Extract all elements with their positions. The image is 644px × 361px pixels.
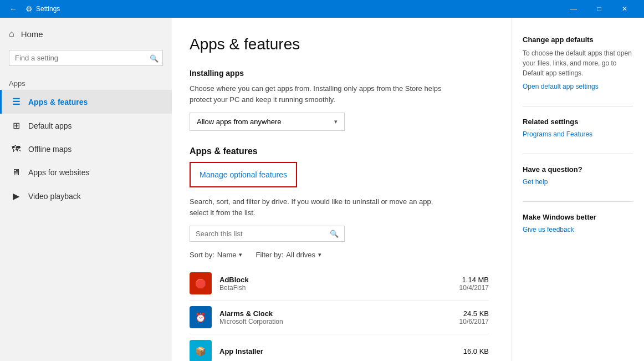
change-defaults-desc: To choose the default apps that open you…	[523, 48, 633, 78]
filter-by-dropdown[interactable]: Filter by: All drives ▾	[255, 251, 321, 259]
video-playback-icon: ▶	[11, 191, 22, 201]
sidebar-item-apps-websites[interactable]: 🖥 Apps for websites	[0, 161, 172, 184]
give-feedback-link[interactable]: Give us feedback	[523, 226, 633, 233]
apps-features-subheading: Apps & features	[190, 146, 489, 156]
main-layout: ⌂ Home 🔍 Apps ☰ Apps & features ⊞ Defaul…	[0, 18, 644, 361]
installer-icon: 📦	[190, 340, 212, 361]
search-list-icon: 🔍	[330, 230, 339, 238]
apps-websites-icon: 🖥	[11, 167, 22, 177]
sort-value: Name	[217, 251, 237, 259]
sort-filter-row: Sort by: Name ▾ Filter by: All drives ▾	[190, 251, 489, 259]
maximize-button[interactable]: □	[586, 0, 612, 18]
have-question-heading: Have a question?	[523, 165, 633, 174]
installer-meta: 16.0 KB	[463, 347, 489, 355]
sidebar-home-label: Home	[21, 29, 43, 39]
sort-chevron-icon: ▾	[239, 251, 242, 258]
have-question-section: Have a question? Get help	[523, 165, 633, 186]
sort-by-dropdown[interactable]: Sort by: Name ▾	[190, 251, 242, 259]
app-list: 🛑 AdBlock BetaFish 1.14 MB 10/4/2017 ⏰ A…	[190, 267, 489, 361]
installer-size: 16.0 KB	[463, 347, 489, 355]
adblock-publisher: BetaFish	[219, 284, 459, 292]
sidebar-search-input[interactable]	[9, 50, 163, 66]
app-item-alarms[interactable]: ⏰ Alarms & Clock Microsoft Corporation 2…	[190, 301, 489, 334]
sidebar-item-apps-features[interactable]: ☰ Apps & features	[0, 90, 172, 114]
installing-apps-desc: Choose where you can get apps from. Inst…	[190, 83, 444, 105]
allow-apps-dropdown[interactable]: Allow apps from anywhere ▾	[190, 113, 345, 131]
sidebar-item-apps-features-label: Apps & features	[28, 98, 88, 106]
search-list-container: 🔍	[190, 226, 345, 242]
alarms-icon: ⏰	[190, 306, 212, 328]
titlebar: ← ⚙ Settings — □ ✕	[0, 0, 644, 18]
related-settings-section: Related settings Programs and Features	[523, 118, 633, 138]
sidebar-item-default-apps[interactable]: ⊞ Default apps	[0, 114, 172, 138]
installer-info: App Installer	[219, 347, 463, 355]
page-title: Apps & features	[190, 35, 489, 53]
sidebar: ⌂ Home 🔍 Apps ☰ Apps & features ⊞ Defaul…	[0, 18, 172, 361]
right-panel: Change app defaults To choose the defaul…	[511, 18, 644, 361]
close-button[interactable]: ✕	[612, 0, 637, 18]
make-better-section: Make Windows better Give us feedback	[523, 213, 633, 233]
alarms-name: Alarms & Clock	[219, 309, 459, 318]
manage-optional-features-box[interactable]: Manage optional features	[190, 162, 297, 187]
change-defaults-section: Change app defaults To choose the defaul…	[523, 35, 633, 90]
divider-1	[523, 106, 633, 106]
dropdown-chevron-icon: ▾	[334, 118, 338, 125]
allow-apps-value: Allow apps from anywhere	[197, 118, 281, 126]
app-item-installer[interactable]: 📦 App Installer 16.0 KB	[190, 334, 489, 361]
related-settings-heading: Related settings	[523, 118, 633, 126]
sidebar-search-container: 🔍	[9, 50, 163, 66]
sidebar-home-button[interactable]: ⌂ Home	[0, 22, 172, 45]
minimize-button[interactable]: —	[561, 0, 586, 18]
sidebar-item-default-apps-label: Default apps	[28, 121, 72, 130]
search-icon: 🔍	[150, 54, 159, 62]
change-defaults-heading: Change app defaults	[523, 35, 633, 44]
adblock-name: AdBlock	[219, 276, 459, 284]
open-default-app-settings-link[interactable]: Open default app settings	[523, 83, 633, 90]
sidebar-item-video-playback[interactable]: ▶ Video playback	[0, 184, 172, 208]
sidebar-section-label: Apps	[0, 75, 172, 90]
window-controls: — □ ✕	[561, 0, 637, 18]
adblock-info: AdBlock BetaFish	[219, 276, 459, 292]
make-better-heading: Make Windows better	[523, 213, 633, 221]
home-icon: ⌂	[9, 29, 14, 39]
settings-icon: ⚙	[25, 4, 33, 13]
app-item-adblock[interactable]: 🛑 AdBlock BetaFish 1.14 MB 10/4/2017	[190, 267, 489, 301]
adblock-icon: 🛑	[190, 272, 212, 294]
sidebar-item-apps-websites-label: Apps for websites	[28, 168, 90, 177]
alarms-meta: 24.5 KB 10/6/2017	[459, 309, 489, 326]
sort-label: Sort by:	[190, 251, 214, 259]
apps-features-icon: ☰	[11, 96, 22, 107]
sidebar-item-offline-maps-label: Offline maps	[28, 145, 71, 154]
filter-label: Filter by:	[255, 251, 283, 259]
installer-name: App Installer	[219, 347, 463, 355]
alarms-info: Alarms & Clock Microsoft Corporation	[219, 309, 459, 326]
back-button[interactable]: ←	[7, 2, 20, 16]
filter-value: All drives	[286, 251, 315, 259]
adblock-meta: 1.14 MB 10/4/2017	[459, 276, 489, 292]
search-list-input[interactable]	[196, 230, 330, 238]
adblock-size: 1.14 MB	[459, 276, 489, 284]
content-area: Apps & features Installing apps Choose w…	[172, 18, 511, 361]
alarms-publisher: Microsoft Corporation	[219, 318, 459, 326]
divider-3	[523, 201, 633, 202]
default-apps-icon: ⊞	[11, 120, 22, 131]
divider-2	[523, 154, 633, 154]
sidebar-item-video-playback-label: Video playback	[28, 192, 81, 201]
programs-and-features-link[interactable]: Programs and Features	[523, 130, 633, 138]
manage-optional-features-link[interactable]: Manage optional features	[200, 170, 287, 179]
sidebar-item-offline-maps[interactable]: 🗺 Offline maps	[0, 138, 172, 161]
filter-chevron-icon: ▾	[318, 251, 321, 258]
alarms-date: 10/6/2017	[459, 318, 489, 326]
get-help-link[interactable]: Get help	[523, 178, 633, 186]
search-sort-desc: Search, sort, and filter by drive. If yo…	[190, 196, 444, 218]
installing-apps-heading: Installing apps	[190, 69, 489, 78]
offline-maps-icon: 🗺	[11, 144, 22, 154]
alarms-size: 24.5 KB	[459, 309, 489, 318]
titlebar-title: Settings	[36, 5, 561, 13]
adblock-date: 10/4/2017	[459, 284, 489, 292]
